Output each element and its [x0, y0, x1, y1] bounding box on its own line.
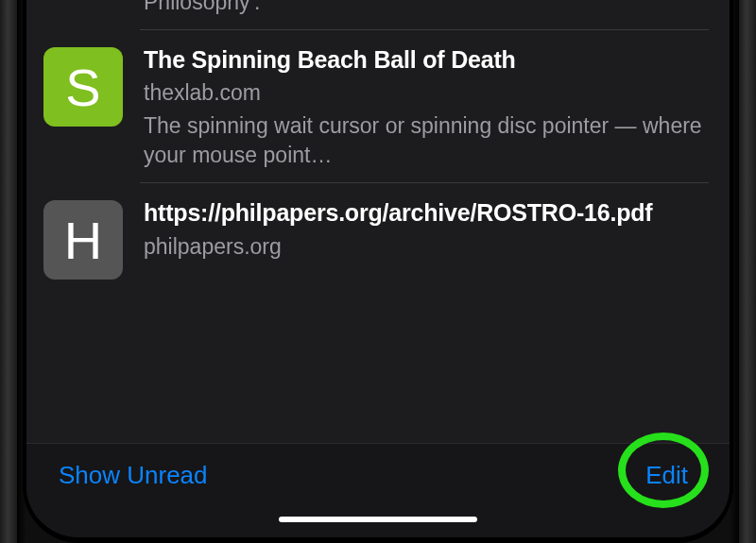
item-description: Harsh criticism of Alain Badiou's 'The A…: [144, 0, 709, 17]
bottom-toolbar: Show Unread Edit: [26, 443, 730, 537]
list-item-body: Harsh criticism of Alain Badiou's 'The A…: [144, 0, 709, 17]
list-item[interactable]: S The Spinning Beach Ball of Death thexl…: [26, 30, 730, 183]
list-item-body: The Spinning Beach Ball of Death thexlab…: [144, 43, 709, 170]
phone-bezel-right: [739, 0, 756, 543]
item-title: The Spinning Beach Ball of Death: [144, 45, 709, 75]
item-title: https://philpapers.org/archive/ROSTRO-16…: [144, 198, 709, 228]
home-indicator[interactable]: [279, 517, 477, 522]
list-item[interactable]: Harsh criticism of Alain Badiou's 'The A…: [26, 0, 730, 30]
item-domain: thexlab.com: [144, 78, 709, 108]
reading-list: Harsh criticism of Alain Badiou's 'The A…: [26, 0, 730, 443]
show-unread-button[interactable]: Show Unread: [59, 461, 208, 490]
site-icon-letter: H: [64, 210, 102, 271]
list-item[interactable]: H https://philpapers.org/archive/ROSTRO-…: [26, 183, 730, 293]
list-item-body: https://philpapers.org/archive/ROSTRO-16…: [144, 196, 709, 264]
phone-bezel-left: [0, 0, 17, 543]
site-icon-tile: H: [43, 200, 123, 280]
edit-button[interactable]: Edit: [645, 461, 688, 490]
site-icon-tile: S: [43, 47, 123, 127]
item-domain: philpapers.org: [144, 232, 709, 262]
phone-screen: Harsh criticism of Alain Badiou's 'The A…: [23, 0, 733, 543]
item-description: The spinning wait cursor or spinning dis…: [144, 111, 709, 170]
site-icon-letter: S: [65, 57, 100, 118]
